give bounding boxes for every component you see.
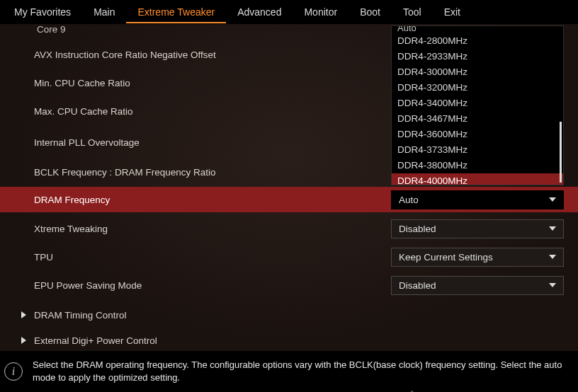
setting-xtreme-tweaking[interactable]: Xtreme Tweaking Disabled (0, 215, 578, 242)
dropdown-option[interactable]: DDR4-3000MHz (392, 64, 563, 80)
nav-tool[interactable]: Tool (392, 1, 433, 23)
dram-frequency-dropdown: Auto DDR4-2800MHz DDR4-2933MHz DDR4-3000… (391, 25, 564, 185)
setting-avx-offset-label: AVX Instruction Core Ratio Negative Offs… (34, 50, 216, 60)
nav-extreme-tweaker[interactable]: Extreme Tweaker (126, 1, 226, 23)
submenu-digi-power[interactable]: External Digi+ Power Control (0, 327, 578, 351)
setting-tpu-label: TPU (34, 252, 53, 263)
help-text: Select the DRAM operating frequency. The… (33, 359, 570, 384)
chevron-right-icon (21, 337, 26, 344)
info-icon: i (4, 362, 23, 381)
xtreme-tweaking-select[interactable]: Disabled (391, 219, 564, 238)
submenu-dram-timing-label: DRAM Timing Control (34, 310, 127, 321)
tpu-select[interactable]: Keep Current Settings (391, 248, 564, 267)
nav-main[interactable]: Main (82, 1, 126, 23)
caret-down-icon (549, 197, 556, 202)
top-nav: My Favorites Main Extreme Tweaker Advanc… (0, 0, 578, 24)
setting-min-cpu-cache-label: Min. CPU Cache Ratio (34, 78, 130, 88)
caret-down-icon (549, 226, 556, 231)
nav-boot[interactable]: Boot (348, 1, 392, 23)
setting-dram-frequency-label: DRAM Frequency (34, 195, 110, 205)
submenu-dram-timing[interactable]: DRAM Timing Control (0, 301, 578, 328)
setting-epu-power-saving-label: EPU Power Saving Mode (34, 280, 142, 291)
xtreme-tweaking-value: Disabled (399, 224, 436, 234)
setting-dram-frequency[interactable]: DRAM Frequency Auto (0, 187, 578, 212)
dropdown-option[interactable]: DDR4-3600MHz (392, 127, 563, 142)
epu-select[interactable]: Disabled (391, 276, 564, 295)
setting-epu-power-saving[interactable]: EPU Power Saving Mode Disabled (0, 272, 578, 299)
scrollbar-thumb[interactable] (560, 122, 562, 183)
dropdown-option[interactable]: DDR4-3467MHz (392, 111, 563, 127)
nav-favorites[interactable]: My Favorites (3, 1, 82, 23)
setting-bclk-dram-ratio-label: BCLK Frequency : DRAM Frequency Ratio (34, 167, 216, 178)
dropdown-option[interactable]: DDR4-3733MHz (392, 142, 563, 158)
setting-pll-overvoltage-label: Internal PLL Overvoltage (34, 137, 140, 148)
caret-down-icon (549, 283, 556, 287)
setting-max-cpu-cache-label: Max. CPU Cache Ratio (34, 106, 133, 117)
nav-advanced[interactable]: Advanced (226, 1, 293, 23)
dropdown-option[interactable]: DDR4-2800MHz (392, 33, 563, 49)
dropdown-option[interactable]: DDR4-3800MHz (392, 158, 563, 173)
setting-tpu[interactable]: TPU Keep Current Settings (0, 243, 578, 270)
tpu-value: Keep Current Settings (399, 252, 493, 263)
epu-value: Disabled (399, 280, 436, 291)
caret-down-icon (549, 255, 556, 259)
setting-xtreme-tweaking-label: Xtreme Tweaking (34, 224, 108, 234)
dram-frequency-select[interactable]: Auto (391, 190, 564, 209)
help-footer: i Select the DRAM operating frequency. T… (0, 351, 578, 392)
dropdown-option[interactable]: DDR4-4000MHz (392, 173, 563, 185)
dram-frequency-value: Auto (399, 195, 419, 205)
dropdown-option[interactable]: DDR4-3400MHz (392, 96, 563, 111)
dropdown-scrollbar[interactable] (557, 26, 562, 185)
dropdown-option[interactable]: DDR4-3200MHz (392, 80, 563, 96)
chevron-right-icon (21, 311, 26, 318)
dropdown-option[interactable]: DDR4-2933MHz (392, 49, 563, 64)
nav-exit[interactable]: Exit (433, 1, 472, 23)
nav-monitor[interactable]: Monitor (293, 1, 348, 23)
settings-panel: Core 9 AVX Instruction Core Ratio Negati… (0, 24, 578, 351)
submenu-digi-power-label: External Digi+ Power Control (34, 335, 157, 346)
setting-core9-label: Core 9 (37, 24, 66, 35)
dropdown-option-partial[interactable]: Auto (392, 26, 563, 33)
